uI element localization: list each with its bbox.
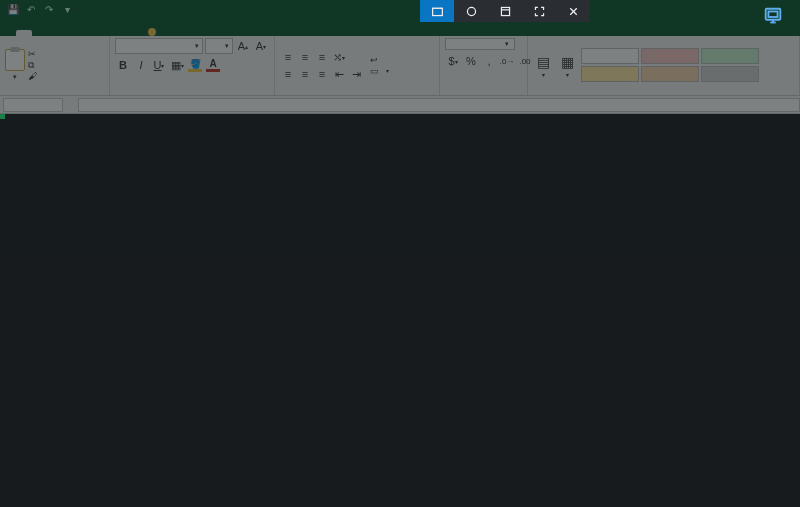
- cut-button[interactable]: ✂: [28, 49, 41, 59]
- style-check-cell[interactable]: [701, 66, 759, 82]
- bold-button[interactable]: B: [115, 57, 131, 73]
- qat-more-icon[interactable]: ▾: [60, 2, 74, 16]
- snip-window-button[interactable]: [488, 0, 522, 22]
- svg-rect-7: [768, 12, 777, 18]
- style-neutral[interactable]: [581, 66, 639, 82]
- align-right-button[interactable]: ≡: [314, 66, 330, 82]
- increase-decimal-button[interactable]: .0→: [499, 53, 515, 69]
- bulb-icon: [148, 28, 156, 36]
- snip-rectangular-button[interactable]: [420, 0, 454, 22]
- percent-format-button[interactable]: %: [463, 53, 479, 69]
- decrease-font-button[interactable]: A▾: [253, 38, 269, 54]
- align-left-button[interactable]: ≡: [280, 66, 296, 82]
- style-good[interactable]: [701, 48, 759, 64]
- wrap-icon: ↩: [370, 55, 380, 65]
- snip-fullscreen-button[interactable]: [522, 0, 556, 22]
- align-bottom-button[interactable]: ≡: [314, 49, 330, 65]
- watermark: [762, 6, 790, 28]
- ribbon: ▾ ✂ ⧉ 🖌 ▾ ▾ A▴ A▾ B I U▾ ▦▾ 🪣 A: [0, 36, 800, 96]
- formula-bar: [0, 96, 800, 114]
- wrap-text-button[interactable]: ↩: [370, 55, 389, 65]
- style-calculation[interactable]: [641, 66, 699, 82]
- snip-freeform-button[interactable]: [454, 0, 488, 22]
- ribbon-tabs: [0, 18, 800, 36]
- tell-me-search[interactable]: [148, 28, 159, 36]
- format-painter-button[interactable]: 🖌: [28, 71, 41, 81]
- format-as-table-button[interactable]: ▦▾: [557, 52, 577, 78]
- conditional-formatting-button[interactable]: ▤▾: [533, 52, 553, 78]
- fill-color-button[interactable]: 🪣: [187, 57, 203, 73]
- svg-rect-2: [501, 7, 509, 15]
- italic-button[interactable]: I: [133, 57, 149, 73]
- cond-format-icon: ▤: [533, 52, 553, 72]
- comma-format-button[interactable]: ,: [481, 53, 497, 69]
- bucket-icon: 🪣: [190, 59, 201, 69]
- group-label-font: [115, 92, 269, 93]
- orientation-button[interactable]: ⤭▾: [331, 49, 347, 65]
- font-family-combo[interactable]: ▾: [115, 38, 203, 54]
- font-color-button[interactable]: A: [205, 57, 221, 73]
- svg-rect-0: [432, 8, 442, 15]
- increase-indent-button[interactable]: ⇥: [348, 66, 364, 82]
- group-label-alignment: [280, 92, 434, 93]
- group-label-clipboard: [5, 92, 104, 93]
- quick-access-toolbar: 💾 ↶ ↷ ▾: [0, 0, 800, 18]
- copy-button[interactable]: ⧉: [28, 60, 41, 70]
- snip-close-button[interactable]: [556, 0, 590, 22]
- merge-icon: ▭: [370, 66, 380, 76]
- align-top-button[interactable]: ≡: [280, 49, 296, 65]
- name-box[interactable]: [3, 98, 63, 112]
- paste-button[interactable]: ▾: [5, 49, 25, 81]
- style-normal[interactable]: [581, 48, 639, 64]
- table-icon: ▦: [557, 52, 577, 72]
- save-icon[interactable]: 💾: [6, 2, 20, 16]
- font-size-combo[interactable]: ▾: [205, 38, 233, 54]
- svg-point-1: [467, 7, 475, 15]
- align-center-button[interactable]: ≡: [297, 66, 313, 82]
- group-label-number: [445, 92, 522, 93]
- merge-center-button[interactable]: ▭ ▾: [370, 66, 389, 76]
- selection-rectangle: [0, 114, 4, 118]
- number-format-combo[interactable]: ▾: [445, 38, 515, 50]
- scissors-icon: ✂: [28, 49, 38, 59]
- redo-icon[interactable]: ↷: [42, 2, 56, 16]
- borders-button[interactable]: ▦▾: [169, 57, 185, 73]
- copy-icon: ⧉: [28, 60, 38, 70]
- watermark-logo-icon: [762, 6, 784, 28]
- decrease-indent-button[interactable]: ⇤: [331, 66, 347, 82]
- underline-button[interactable]: U▾: [151, 57, 167, 73]
- accounting-format-button[interactable]: $▾: [445, 53, 461, 69]
- brush-icon: 🖌: [28, 71, 38, 81]
- style-bad[interactable]: [641, 48, 699, 64]
- increase-font-button[interactable]: A▴: [235, 38, 251, 54]
- undo-icon[interactable]: ↶: [24, 2, 38, 16]
- screenshot-toolbar: [420, 0, 590, 22]
- formula-input[interactable]: [78, 98, 800, 112]
- group-label-styles: [533, 92, 794, 93]
- align-middle-button[interactable]: ≡: [297, 49, 313, 65]
